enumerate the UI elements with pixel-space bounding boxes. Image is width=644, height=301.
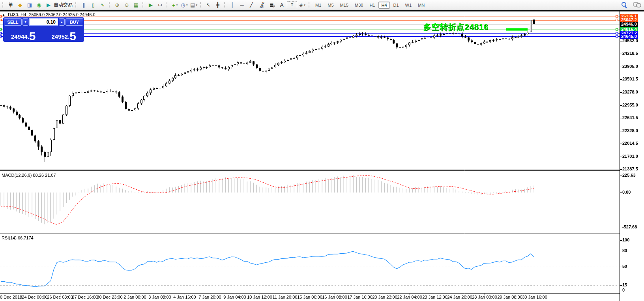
price-tick-label: 21701.0 (622, 154, 638, 159)
toolbar-grip (75, 2, 77, 8)
buy-price-frac: 5 (69, 31, 76, 41)
price-tick-label: 22641.5 (622, 115, 638, 120)
price-tick-label: 24218.5 (622, 51, 638, 56)
rsi-tick-label: 80 (622, 248, 627, 253)
fibonacci-icon[interactable]: ≣F (268, 1, 277, 9)
main-toolbar: 单◆◨◉▶自动交易∥▯∿⊕⊖▦▶↦+▾◷▾▤▾↖╋│─╱╱╱E≣FAT◈▾M1M… (0, 0, 644, 10)
dropdown-arrow-icon[interactable]: ▾ (186, 4, 188, 6)
price-tick-label: 23591.5 (622, 77, 638, 82)
rsi-tick-label: 50 (622, 264, 627, 269)
toolbar-grip (109, 2, 111, 8)
auto-scroll-icon[interactable]: ▶ (146, 1, 155, 9)
price-tick-label: 23278.0 (622, 90, 638, 95)
new-order-button[interactable]: 单 (6, 1, 15, 9)
timeframe-m1[interactable]: M1 (313, 2, 324, 9)
autotrading-button[interactable]: ▶ (44, 1, 53, 9)
time-tick-label: 20 Dec 2018 (0, 295, 22, 299)
buy-price-int: 24952 (51, 34, 68, 41)
time-tick-label: 7 Jan 20:00 (198, 295, 221, 299)
buy-button[interactable]: BUY (66, 18, 83, 26)
market-watch-icon[interactable]: ◨ (25, 1, 34, 9)
candlestick-chart-icon[interactable]: ▯ (89, 1, 97, 9)
zoom-out-icon[interactable]: ⊖ (122, 1, 131, 9)
toolbar-grip (167, 2, 168, 8)
time-tick-label: 2 Jan 00:00 (124, 295, 146, 299)
trendline-icon[interactable]: ╱ (247, 1, 256, 9)
dropdown-arrow-icon[interactable]: ▾ (304, 4, 305, 6)
volume-decrease-button[interactable]: ▼ (22, 18, 28, 26)
toolbar-grip (2, 2, 4, 8)
chart-shift-icon[interactable]: ↦ (156, 1, 165, 9)
crosshair-icon[interactable]: ╋ (213, 1, 222, 9)
time-tick-label: 20 Jan 23:00 (372, 295, 397, 299)
macd-tick-label: 225.63 (622, 173, 636, 178)
indicators-add-icon[interactable]: +▾ (170, 1, 179, 9)
label-tool-icon[interactable]: T (287, 1, 297, 9)
periods-clock-icon[interactable]: ◷▾ (180, 1, 189, 9)
price-tick-label: 21387.5 (622, 166, 638, 172)
timeframe-m30[interactable]: M30 (352, 2, 366, 9)
price-chart-canvas[interactable] (0, 0, 644, 301)
dropdown-arrow-icon[interactable]: ▾ (196, 4, 197, 6)
time-tick-label: 9 Jan 04:00 (223, 295, 246, 299)
chart-title: ▲ DJ30-,H4 25059.0 25062.0 24925.0 24946… (2, 12, 95, 17)
timeframe-h4[interactable]: H4 (378, 2, 389, 9)
timeframe-d1[interactable]: D1 (391, 2, 402, 9)
price-tick-label: 22955.0 (622, 103, 638, 108)
time-tick-label: 4 Jan 16:00 (173, 295, 196, 299)
zoom-in-icon[interactable]: ⊕ (113, 1, 122, 9)
templates-icon[interactable]: ▤▾ (189, 1, 198, 9)
volume-input[interactable] (29, 18, 58, 26)
chat-icon[interactable] (633, 2, 641, 7)
toolbar-grip (224, 2, 226, 8)
time-tick-label: 11 Jan 20:00 (273, 295, 298, 299)
signals-icon[interactable]: ◉ (35, 1, 43, 9)
time-tick-label: 22 Jan 04:00 (397, 295, 422, 299)
time-tick-label: 24 Dec 00:00 (22, 295, 47, 299)
time-tick-label: 17 Jan 16:00 (347, 295, 373, 299)
volume-increase-button[interactable]: ▲ (59, 18, 65, 26)
arrows-tool-icon[interactable]: ◈▾ (298, 1, 307, 9)
one-click-trading-panel: SELL ▼ ▲ BUY 24944.5 24952.5 (3, 17, 84, 42)
toolbar-grip (142, 2, 144, 8)
time-tick-label: 28 Jan 00:00 (472, 295, 497, 299)
chart-symbol-period: DJ30-,H4 (8, 12, 26, 17)
bar-chart-icon[interactable]: ∥ (79, 1, 88, 9)
price-tick-label: 22014.5 (622, 141, 638, 146)
timeframe-m15[interactable]: M15 (337, 2, 351, 9)
time-tick-label: 10 Jan 12:00 (247, 295, 272, 299)
metaeditor-icon[interactable]: ◆ (16, 1, 24, 9)
pivot-annotation-text: 多空转折点24816 (373, 22, 489, 32)
cursor-icon[interactable]: ↖ (204, 1, 213, 9)
search-icon[interactable] (621, 1, 627, 8)
time-tick-label: 29 Jan 08:00 (497, 295, 522, 299)
autotrading-button-label[interactable]: 自动交易 (54, 2, 73, 8)
rsi-indicator-label: RSI(14) 66.7174 (2, 236, 34, 240)
horizontal-line-icon[interactable]: ─ (238, 1, 246, 9)
dropdown-arrow-icon[interactable]: ▾ (176, 4, 178, 6)
line-chart-icon[interactable]: ∿ (98, 1, 107, 9)
time-tick-label: 30 Jan 16:00 (522, 295, 547, 299)
buy-price[interactable]: 24952.5 (45, 26, 84, 41)
symbol-marker-icon: ▲ (2, 13, 5, 17)
equidistant-channel-icon[interactable]: ╱╱E (256, 1, 267, 9)
vertical-line-icon[interactable]: │ (228, 1, 237, 9)
timeframe-w1[interactable]: W1 (402, 2, 415, 9)
price-tick-label: 22328.0 (622, 128, 638, 133)
rsi-tick-label: 0 (622, 288, 625, 293)
tile-windows-icon[interactable]: ▦ (132, 1, 140, 9)
text-tool-icon[interactable]: A (277, 1, 286, 9)
time-tick-label: 24 Jan 20:00 (447, 295, 472, 299)
time-tick-label: 15 Jan 00:00 (297, 295, 322, 299)
timeframe-mn[interactable]: MN (415, 2, 427, 9)
time-tick-label: 26 Dec 08:00 (47, 295, 73, 299)
time-tick-label: 27 Dec 16:00 (72, 295, 97, 299)
sell-price[interactable]: 24944.5 (4, 26, 43, 41)
price-tick-label: 24532.0 (622, 38, 638, 43)
timeframe-m5[interactable]: M5 (325, 2, 336, 9)
time-tick-label: 3 Jan 08:00 (148, 295, 171, 299)
timeframe-h1[interactable]: H1 (367, 2, 378, 9)
sell-price-int: 24944 (11, 34, 28, 41)
sell-button[interactable]: SELL (4, 18, 22, 26)
macd-tick-label: -527.68 (622, 224, 637, 230)
